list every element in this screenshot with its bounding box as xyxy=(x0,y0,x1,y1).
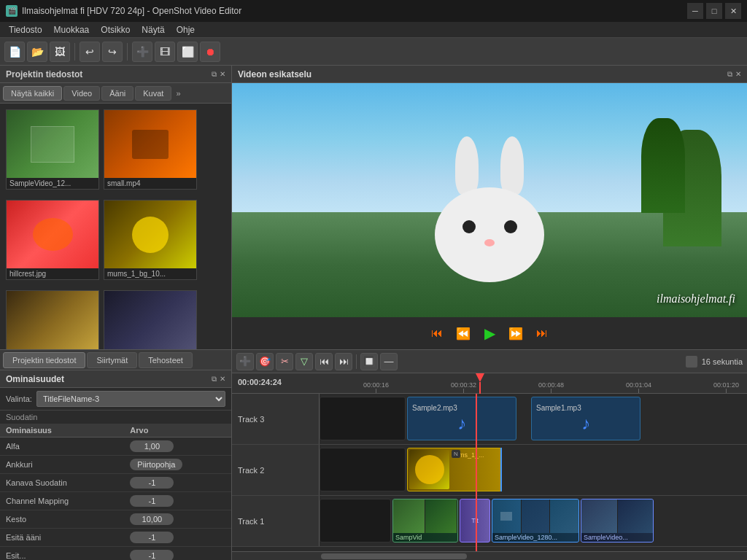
menu-otsikko[interactable]: Otsikko xyxy=(95,23,136,36)
track-2-clip-0[interactable]: nums_1_... N xyxy=(407,448,502,491)
film-button[interactable]: 🎞 xyxy=(155,42,175,62)
record-button[interactable]: ⏺ xyxy=(200,42,220,62)
clip-2-frames xyxy=(492,499,578,533)
prev-button[interactable]: ⏪ xyxy=(453,323,473,343)
thumb-img-0 xyxy=(7,110,98,178)
prop-value-3: -1 xyxy=(124,492,231,510)
tab-siirtymat[interactable]: Siirtymät xyxy=(87,352,137,368)
properties-header: Ominaisuudet ⧉ ✕ xyxy=(0,370,231,388)
flower-icon xyxy=(415,455,444,484)
tl-zoom-out-button[interactable]: 🔲 xyxy=(360,353,378,370)
scroll-thumb[interactable] xyxy=(321,553,467,559)
toolbar: 📄 📂 🖼 ↩ ↪ ➕ 🎞 ⬜ ⏺ xyxy=(0,38,747,66)
video-preview-panel: Videon esikatselu ⧉ ✕ xyxy=(232,66,747,350)
properties-title: Ominaisuudet xyxy=(6,374,64,384)
property-row-2: Kanava Suodatin-1 xyxy=(0,474,231,492)
valinta-select[interactable]: TitleFileName-3 xyxy=(36,391,225,407)
menu-tiedosto[interactable]: Tiedosto xyxy=(3,23,48,36)
track-1-clip-0[interactable]: SampVid xyxy=(392,499,458,542)
next-button[interactable]: ⏩ xyxy=(506,323,526,343)
menu-muokkaa[interactable]: Muokkaa xyxy=(48,23,96,36)
video-controls: ⏮ ⏪ ▶ ⏩ ⏭ xyxy=(232,317,747,349)
track-3-clip-1-content: Sample1.mp3 ♪ xyxy=(532,401,640,437)
tab-nayta-kaikki[interactable]: Näytä kaikki xyxy=(3,86,62,101)
tab-projektin-tiedostot[interactable]: Projektin tiedostot xyxy=(3,352,85,368)
minimize-button[interactable]: ─ xyxy=(687,3,703,19)
track-1-clip-1[interactable]: Tit xyxy=(460,499,490,542)
properties-panel: Ominaisuudet ⧉ ✕ Valinta: TitleFileName-… xyxy=(0,370,231,560)
app-icon: 🎬 xyxy=(6,5,18,17)
frame-0 xyxy=(393,499,425,533)
title-bar-controls[interactable]: ─ □ ✕ xyxy=(687,3,741,19)
properties-rows: Alfa1,00AnkkuriPiirtopohjaKanava Suodati… xyxy=(0,438,231,561)
video-preview-title: Videon esikatselu xyxy=(238,69,311,79)
frame-3b xyxy=(618,499,654,533)
horizontal-scrollbar[interactable] xyxy=(232,551,747,560)
tab-video[interactable]: Video xyxy=(63,86,100,101)
tl-zoom-in-button[interactable]: — xyxy=(380,353,398,370)
play-button[interactable]: ▶ xyxy=(479,323,500,343)
props-close-btn[interactable]: ✕ xyxy=(220,375,225,384)
maximize-button[interactable]: □ xyxy=(706,3,722,19)
close-button[interactable]: ✕ xyxy=(725,3,741,19)
tab-kuvat[interactable]: Kuvat xyxy=(135,86,171,101)
time-icon xyxy=(686,356,697,368)
undo-button[interactable]: ↩ xyxy=(80,42,100,62)
track-3-clip-0[interactable]: Sample2.mp3 ♪ xyxy=(407,397,516,440)
vp-restore-btn[interactable]: ⧉ xyxy=(727,70,732,79)
track-3-label: Track 3 xyxy=(232,394,320,444)
title-text: Ilmaisohjelmat fi [HDV 720 24p] - OpenSh… xyxy=(22,6,241,16)
pf-restore-btn[interactable]: ⧉ xyxy=(212,70,217,79)
prop-value-badge-2: -1 xyxy=(130,477,174,489)
vp-header-buttons: ⧉ ✕ xyxy=(727,70,741,79)
tl-arrow-button[interactable]: ▽ xyxy=(295,353,313,370)
open-button[interactable]: 📂 xyxy=(27,42,47,62)
clip-info: nums_1_... N xyxy=(450,450,486,489)
media-item-0[interactable]: SampleVideo_12... xyxy=(6,109,99,190)
project-files-header-buttons: ⧉ ✕ xyxy=(212,70,225,79)
media-item-3[interactable]: mums_1_bg_10... xyxy=(104,200,197,280)
first-frame-button[interactable]: ⏮ xyxy=(427,323,447,343)
main-content: Projektin tiedostot ⧉ ✕ Näytä kaikki Vid… xyxy=(0,66,747,560)
tl-add-button[interactable]: ➕ xyxy=(236,353,254,370)
last-frame-button[interactable]: ⏭ xyxy=(532,323,552,343)
track-1-clip-2[interactable]: SampleVideo_1280... xyxy=(492,499,579,542)
menu-nayta[interactable]: Näytä xyxy=(136,23,170,36)
left-panel: Projektin tiedostot ⧉ ✕ Näytä kaikki Vid… xyxy=(0,66,232,560)
track-2-clip-0-content: nums_1_... N xyxy=(408,448,501,491)
redo-button[interactable]: ↪ xyxy=(102,42,123,62)
media-item-1[interactable]: small.mp4 xyxy=(104,109,197,190)
ruler-mark-0: 00:00:16 xyxy=(363,381,389,393)
tl-cut-button[interactable]: ✂ xyxy=(276,353,293,370)
thumbnail-button[interactable]: 🖼 xyxy=(50,42,70,62)
project-files-panel: Projektin tiedostot ⧉ ✕ Näytä kaikki Vid… xyxy=(0,66,231,350)
ruler-line-4 xyxy=(726,389,727,393)
prop-value-badge-6: -1 xyxy=(130,550,174,560)
tracks-area: Track 3 Sample2.mp3 ♪ xyxy=(232,394,747,551)
new-button[interactable]: 📄 xyxy=(4,42,25,62)
watermark: ilmaisohjelmat.fi xyxy=(657,292,735,306)
window-button[interactable]: ⬜ xyxy=(177,42,198,62)
media-item-5[interactable]: lemur... xyxy=(104,290,197,349)
track-3: Track 3 Sample2.mp3 ♪ xyxy=(232,394,747,445)
tab-aani[interactable]: Ääni xyxy=(101,86,133,101)
pf-close-btn[interactable]: ✕ xyxy=(220,70,225,79)
track-3-clip-1[interactable]: Sample1.mp3 ♪ xyxy=(531,397,640,440)
track-1-clip-3[interactable]: SampleVideo... xyxy=(581,499,654,542)
tl-next-button[interactable]: ⏭ xyxy=(335,353,352,370)
video-screen: ilmaisohjelmat.fi xyxy=(232,83,747,317)
vp-close-btn[interactable]: ✕ xyxy=(735,70,741,79)
prop-value-2: -1 xyxy=(124,474,231,492)
prop-value-badge-4: 10,00 xyxy=(130,513,174,525)
music-note-icon-0: ♪ xyxy=(412,413,511,434)
pf-more-btn[interactable]: » xyxy=(173,87,183,100)
props-restore-btn[interactable]: ⧉ xyxy=(212,375,217,384)
menu-ohje[interactable]: Ohje xyxy=(171,23,201,36)
tab-tehosteet[interactable]: Tehosteet xyxy=(139,352,193,368)
media-item-4[interactable]: cheetah... xyxy=(6,290,99,349)
tl-select-button[interactable]: 🎯 xyxy=(256,353,274,370)
media-item-2[interactable]: hillcrest.jpg xyxy=(6,200,99,280)
add-button[interactable]: ➕ xyxy=(132,42,152,62)
frame-thumb xyxy=(409,450,449,489)
tl-prev-button[interactable]: ⏮ xyxy=(315,353,333,370)
